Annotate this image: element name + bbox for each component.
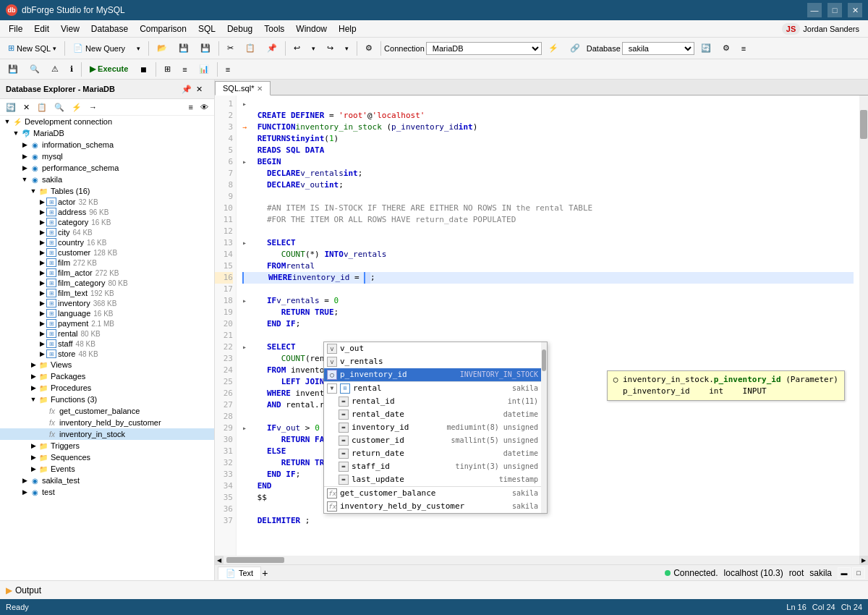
ac-scrollbar[interactable] [541,342,547,513]
tab-sql[interactable]: SQL.sql* ✕ [215,81,271,96]
sidebar-filter-button[interactable]: 🔍 [51,101,67,114]
tree-table-city[interactable]: ▶ ⊞ city 64 KB [0,227,214,237]
expand-language-icon[interactable]: ▶ [38,310,46,317]
expand-customer-icon[interactable]: ▶ [38,249,46,256]
tree-table-language[interactable]: ▶ ⊞ language 16 KB [0,308,214,318]
redo-dropdown[interactable]: ▾ [340,41,354,56]
sidebar-close-button[interactable]: ✕ [195,82,208,96]
tree-func-inventory-in-stock[interactable]: fx inventory_in_stock [0,428,214,440]
expand-connection-icon[interactable]: ▼ [3,118,12,125]
db-refresh-button[interactable]: 🔄 [696,41,716,56]
tree-table-category[interactable]: ▶ ⊞ category 16 KB [0,217,214,227]
tree-sakila-test[interactable]: ▶ ◉ sakila_test [0,475,214,486]
sidebar-menu-button[interactable]: ≡ [186,101,196,114]
expand-perf-schema-icon[interactable]: ▶ [20,164,29,171]
editor-scroll-thumb[interactable] [860,110,867,139]
text-tab[interactable]: 📄 Text [218,567,261,580]
tree-table-customer[interactable]: ▶ ⊞ customer 128 KB [0,247,214,258]
stop-button[interactable]: ⏹ [135,62,153,77]
minimize-button[interactable]: — [807,3,822,17]
tb2-extra-btn[interactable]: ≡ [221,62,235,77]
expand-sakila-test-icon[interactable]: ▶ [20,477,29,484]
hscroll-right-arrow[interactable]: ▶ [859,556,868,564]
tree-views-folder[interactable]: ▶ 📁 Views [0,359,214,370]
tree-table-film-actor[interactable]: ▶ ⊞ film_actor 272 KB [0,268,214,278]
tree-table-inventory[interactable]: ▶ ⊞ inventory 368 KB [0,298,214,308]
format-button[interactable]: ⚙ [360,41,378,56]
tree-table-film[interactable]: ▶ ⊞ film 272 KB [0,258,214,268]
expand-rental-icon[interactable]: ▶ [38,330,46,337]
ac-item-inventory-id[interactable]: ▬ inventory_id mediumint(8) unsigned [324,421,541,434]
tree-table-address[interactable]: ▶ ⊞ address 96 KB [0,207,214,217]
expand-city-icon[interactable]: ▶ [38,229,46,236]
expand-test-icon[interactable]: ▶ [20,488,29,496]
expand-packages-icon[interactable]: ▶ [29,373,38,380]
tree-functions-folder[interactable]: ▼ 📁 Functions (3) [0,394,214,405]
ac-item-rental-date[interactable]: ▬ rental_date datetime [324,408,541,421]
expand-sakila-icon[interactable]: ▼ [20,176,29,183]
expand-film-category-icon[interactable]: ▶ [38,279,46,287]
ac-item-rental[interactable]: ▼ ⊞ rental sakila [324,382,541,395]
tree-procedures-folder[interactable]: ▶ 📁 Procedures [0,382,214,394]
maximize-button[interactable]: □ [827,3,842,17]
hscroll-track[interactable] [224,556,859,564]
tree-table-actor[interactable]: ▶ ⊞ actor 32 KB [0,197,214,207]
tree-func-get-customer-balance[interactable]: fx get_customer_balance [0,405,214,417]
ac-item-staff-id[interactable]: ▬ staff_id tinyint(3) unsigned [324,460,541,473]
expand-procedures-icon[interactable]: ▶ [29,384,38,391]
new-sql-button[interactable]: ⊞ New SQL ▾ [3,41,61,56]
tree-func-inventory-held[interactable]: fx inventory_held_by_customer [0,417,214,428]
ac-item-rental-id[interactable]: ▬ rental_id int(11) [324,395,541,408]
code-content[interactable]: ▸ CREATE DEFINER = 'root'@'localhost' → … [237,96,859,556]
editor-scrollbar[interactable] [859,96,868,556]
tree-mariadb[interactable]: ▼ 🐬 MariaDB [0,127,214,139]
tree-table-payment[interactable]: ▶ ⊞ payment 2.1 MB [0,318,214,328]
save-all-button[interactable]: 💾 [195,41,216,56]
ac-item-v-out[interactable]: v v_out [324,342,541,355]
tree-performance-schema[interactable]: ▶ ◉ performance_schema [0,162,214,174]
sidebar-view-button[interactable]: 👁 [197,101,211,114]
expand-info-schema-icon[interactable]: ▶ [20,141,29,148]
tb2-chart-btn[interactable]: 📊 [194,62,214,77]
menu-view[interactable]: View [55,22,85,35]
sidebar-pin-button[interactable]: 📌 [181,82,194,96]
copy-button[interactable]: 📋 [240,41,260,56]
tree-information-schema[interactable]: ▶ ◉ information_schema [0,139,214,150]
ac-item-last-update[interactable]: ▬ last_update timestamp [324,473,541,486]
cut-button[interactable]: ✂ [222,41,239,56]
expand-views-icon[interactable]: ▶ [29,361,38,368]
menu-window[interactable]: Window [290,22,333,35]
ac-item-customer-id[interactable]: ▬ customer_id smallint(5) unsigned [324,434,541,447]
db-options-button[interactable]: ⚙ [718,41,735,56]
connection-dropdown[interactable]: MariaDB [426,42,542,55]
expand-staff-icon[interactable]: ▶ [38,340,46,347]
tree-table-film-category[interactable]: ▶ ⊞ film_category 80 KB [0,278,214,288]
sidebar-refresh-button[interactable]: 🔄 [3,101,19,114]
tree-table-country[interactable]: ▶ ⊞ country 16 KB [0,237,214,247]
tree-mysql[interactable]: ▶ ◉ mysql [0,150,214,162]
hscroll-left-arrow[interactable]: ◀ [215,556,224,564]
expand-events-icon[interactable]: ▶ [29,465,38,472]
menu-help[interactable]: Help [333,22,362,35]
toolbar-btn-1[interactable]: 📂 [152,41,172,56]
undo-dropdown[interactable]: ▾ [307,41,320,56]
tree-triggers-folder[interactable]: ▶ 📁 Triggers [0,440,214,451]
expand-film-icon[interactable]: ▶ [38,259,46,266]
ac-item-get-customer-balance[interactable]: fx get_customer_balance sakila [324,487,541,500]
tb2-btn2[interactable]: 🔍 [25,62,45,77]
connection-props-button[interactable]: 🔗 [565,41,585,56]
tree-sequences-folder[interactable]: ▶ 📁 Sequences [0,451,214,463]
menu-edit[interactable]: Edit [28,22,55,35]
expand-actor-icon[interactable]: ▶ [38,198,46,205]
tb2-btn1[interactable]: 💾 [3,62,23,77]
expand-mariadb-icon[interactable]: ▼ [12,130,20,137]
view-btn-2[interactable]: □ [852,567,865,579]
tree-events-folder[interactable]: ▶ 📁 Events [0,463,214,475]
add-tab-button[interactable]: + [261,567,274,580]
execute-button[interactable]: ▶ Execute [85,62,133,77]
tree-table-rental[interactable]: ▶ ⊞ rental 80 KB [0,328,214,339]
tb2-btn3[interactable]: ⚠ [46,62,64,77]
sidebar-delete-button[interactable]: ✕ [20,101,33,114]
expand-film-actor-icon[interactable]: ▶ [38,269,46,276]
expand-payment-icon[interactable]: ▶ [38,320,46,327]
